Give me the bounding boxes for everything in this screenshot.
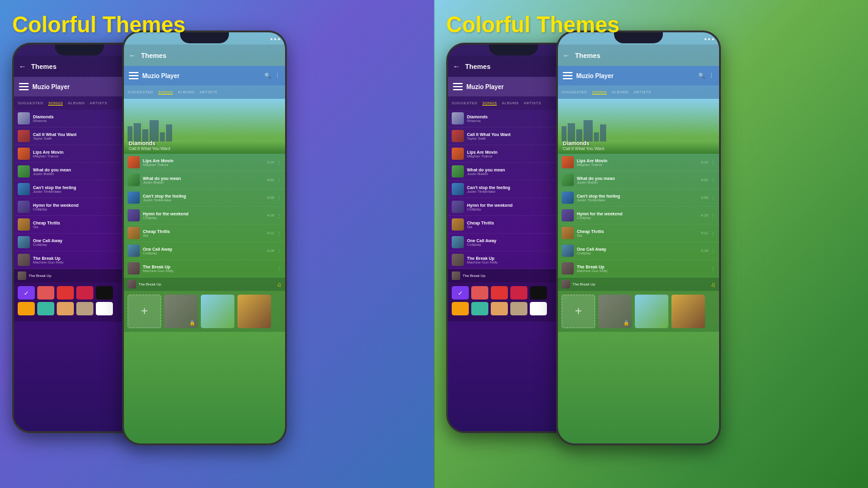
swatch-yellow[interactable] — [18, 302, 35, 315]
more-icon[interactable]: ⋮ — [709, 73, 714, 79]
wallpaper-1[interactable]: 🔒 — [164, 295, 198, 328]
song-menu[interactable]: ⋮ — [711, 178, 715, 183]
swatch-tan[interactable] — [76, 302, 93, 315]
song-info: The Break Up Machine Gun Kelly — [577, 265, 708, 273]
wallpaper-2[interactable] — [635, 295, 668, 328]
song-artist: Justin Bieber — [33, 172, 126, 176]
app-name: Muzio Player — [142, 73, 264, 79]
tab-albums[interactable]: ALBUMS — [502, 101, 519, 105]
song-menu[interactable]: ⋮ — [711, 248, 715, 254]
song-menu[interactable]: ⋮ — [277, 231, 281, 236]
wallpaper-1[interactable]: 🔒 — [598, 295, 632, 328]
song-item[interactable]: Can't stop the feeling Justin Timberlake… — [558, 189, 719, 207]
tab-songs[interactable]: SONGS — [592, 90, 607, 95]
swatch-purple[interactable]: ✓ — [452, 286, 469, 300]
song-info: Call It What You Want Taylor Swift — [467, 132, 560, 140]
menu-icon[interactable] — [453, 83, 463, 90]
song-thumb — [452, 112, 464, 124]
song-menu[interactable]: ⋮ — [277, 213, 281, 218]
song-item[interactable]: Lips Are Movin Meghan Trainor 3:14 ⋮ — [124, 154, 285, 171]
tab-artists[interactable]: ARTISTS — [634, 90, 651, 94]
song-menu[interactable]: ⋮ — [711, 266, 715, 271]
song-info: Cheap Thrills Sia — [143, 229, 267, 237]
back-arrow[interactable]: ← — [19, 62, 26, 71]
song-item[interactable]: Hymn for the weekend Coldplay 4:18 ⋮ — [558, 207, 719, 224]
song-item[interactable]: Hymn for the weekend Coldplay 4:18 ⋮ — [124, 207, 285, 224]
swatch-red2[interactable] — [57, 286, 74, 300]
wallpaper-add-btn[interactable]: + — [128, 295, 161, 328]
song-item[interactable]: The Break Up Machine Gun Kelly ⋮ — [124, 260, 285, 278]
search-icon[interactable]: 🔍 — [698, 73, 705, 79]
swatch-pink[interactable] — [76, 286, 93, 300]
song-artist: Justin Timberlake — [577, 198, 701, 202]
swatch-black[interactable] — [530, 286, 547, 300]
swatch-red1[interactable] — [37, 286, 54, 300]
song-thumb — [18, 148, 30, 160]
swatch-red2[interactable] — [491, 286, 508, 300]
tab-albums[interactable]: ALBUMS — [612, 90, 629, 94]
song-item[interactable]: Can't stop the feeling Justin Timberlake… — [124, 189, 285, 207]
menu-icon[interactable] — [129, 72, 139, 79]
song-menu[interactable]: ⋮ — [277, 160, 281, 165]
tab-songs[interactable]: SONGS — [48, 101, 63, 106]
song-thumb — [452, 130, 464, 142]
tab-suggested[interactable]: SUGGESTED — [18, 101, 43, 105]
tab-suggested[interactable]: SUGGESTED — [128, 90, 153, 94]
tab-songs[interactable]: SONGS — [482, 101, 497, 106]
song-menu[interactable]: ⋮ — [277, 266, 281, 271]
right-half: Colorful Themes ● ● ● ← Themes Muzio Pla… — [434, 0, 868, 488]
swatch-white[interactable] — [96, 302, 113, 315]
song-item[interactable]: Cheap Thrills Sia 4:11 ⋮ — [124, 224, 285, 242]
tab-suggested[interactable]: SUGGESTED — [562, 90, 587, 94]
tab-suggested[interactable]: SUGGESTED — [452, 101, 477, 105]
song-item[interactable]: The Break Up Machine Gun Kelly ⋮ — [558, 260, 719, 278]
back-arrow[interactable]: ← — [563, 51, 570, 60]
song-item[interactable]: One Call Away Coldplay 3:18 ⋮ — [124, 242, 285, 260]
tab-albums[interactable]: ALBUMS — [178, 90, 195, 94]
song-menu[interactable]: ⋮ — [711, 195, 715, 201]
wallpaper-3[interactable] — [237, 295, 271, 328]
swatch-white[interactable] — [530, 302, 547, 315]
song-menu[interactable]: ⋮ — [711, 213, 715, 218]
swatch-teal[interactable] — [471, 302, 488, 315]
song-item[interactable]: Cheap Thrills Sia 4:11 ⋮ — [558, 224, 719, 242]
song-menu[interactable]: ⋮ — [277, 248, 281, 254]
back-arrow[interactable]: ← — [129, 51, 136, 60]
song-name: Hymn for the weekend — [143, 212, 267, 216]
song-info: Cheap Thrills Sia — [467, 221, 560, 229]
swatch-pink[interactable] — [510, 286, 527, 300]
tab-songs[interactable]: SONGS — [158, 90, 173, 95]
back-arrow[interactable]: ← — [453, 62, 460, 71]
song-item[interactable]: One Call Away Coldplay 3:18 ⋮ — [558, 242, 719, 260]
menu-icon[interactable] — [563, 72, 573, 79]
swatch-teal[interactable] — [37, 302, 54, 315]
swatch-purple[interactable]: ✓ — [18, 286, 35, 300]
swatch-tan[interactable] — [510, 302, 527, 315]
song-menu[interactable]: ⋮ — [277, 195, 281, 201]
menu-icon[interactable] — [19, 83, 29, 90]
swatch-orange[interactable] — [57, 302, 74, 315]
song-menu[interactable]: ⋮ — [277, 178, 281, 183]
song-menu[interactable]: ⋮ — [711, 160, 715, 165]
more-icon[interactable]: ⋮ — [275, 73, 280, 79]
wallpaper-add-btn[interactable]: + — [562, 295, 595, 328]
song-menu[interactable]: ⋮ — [711, 231, 715, 236]
swatch-red1[interactable] — [471, 286, 488, 300]
tab-artists[interactable]: ARTISTS — [90, 101, 107, 105]
swatch-yellow[interactable] — [452, 302, 469, 315]
search-icon[interactable]: 🔍 — [264, 73, 271, 79]
wallpaper-2[interactable] — [201, 295, 234, 328]
swatch-orange[interactable] — [491, 302, 508, 315]
swatch-black[interactable] — [96, 286, 113, 300]
song-item[interactable]: Lips Are Movin Meghan Trainor 3:14 ⋮ — [558, 154, 719, 171]
header-icons: 🔍 ⋮ — [264, 73, 280, 79]
tab-artists[interactable]: ARTISTS — [200, 90, 217, 94]
song-duration: 4:11 — [267, 231, 274, 235]
song-item[interactable]: What do you mean Justin Bieber 4:02 ⋮ — [558, 171, 719, 189]
lock-icon: 🔒 — [189, 320, 195, 326]
tab-albums[interactable]: ALBUMS — [68, 101, 85, 105]
song-thumb — [452, 236, 464, 248]
song-item[interactable]: What do you mean Justin Bieber 4:02 ⋮ — [124, 171, 285, 189]
tab-artists[interactable]: ARTISTS — [524, 101, 541, 105]
wallpaper-3[interactable] — [671, 295, 705, 328]
